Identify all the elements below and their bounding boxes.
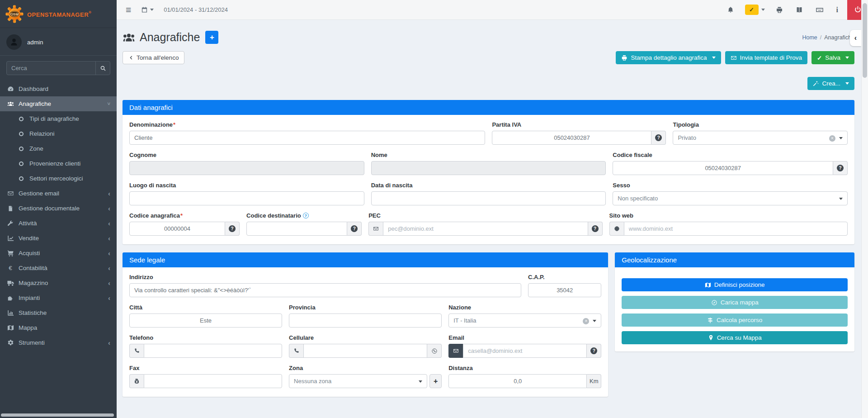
back-to-list-button[interactable]: Torna all'elenco: [123, 51, 184, 64]
citta-input[interactable]: [129, 314, 282, 328]
hamburger-menu-icon[interactable]: ≡: [126, 5, 131, 14]
sidebar-item-provenienze-clienti[interactable]: Provenienze clienti: [0, 156, 117, 171]
codice-anagrafica-input[interactable]: [129, 222, 225, 236]
sito-web-input[interactable]: [624, 222, 848, 236]
partita-iva-input[interactable]: [492, 131, 651, 145]
calendar-dropdown[interactable]: [141, 6, 154, 13]
search-input[interactable]: [7, 62, 95, 75]
help-addon[interactable]: ?: [347, 222, 362, 236]
chevron-left-icon: ‹: [108, 250, 110, 256]
sidebar-horizontal-scrollbar[interactable]: [1, 413, 114, 417]
status-check-dropdown[interactable]: ✓: [741, 5, 769, 15]
email-input[interactable]: [463, 344, 587, 358]
field-partita-iva: Partita IVA ?: [492, 121, 666, 145]
fax-input[interactable]: [144, 374, 282, 388]
sidebar-item-magazzino[interactable]: Magazzino ‹: [0, 276, 117, 290]
provincia-input[interactable]: [289, 314, 442, 328]
add-record-button[interactable]: +: [205, 31, 218, 44]
sidebar-item-strumenti[interactable]: Strumenti ‹: [0, 335, 117, 350]
info-button[interactable]: i: [830, 0, 844, 19]
help-addon[interactable]: ?: [225, 222, 240, 236]
notifications-button[interactable]: [721, 0, 741, 19]
carica-mappa-button[interactable]: Carica mappa: [622, 296, 848, 309]
chevron-left-icon: ‹: [108, 265, 110, 271]
print-button[interactable]: [769, 0, 789, 19]
sidebar-item-statistiche[interactable]: Statistiche: [0, 305, 117, 320]
user-avatar: [6, 34, 22, 50]
clear-icon[interactable]: ×: [583, 318, 589, 324]
search-button[interactable]: [95, 62, 110, 75]
sidebar-item-attivita[interactable]: Attività ‹: [0, 216, 117, 231]
help-addon[interactable]: ?: [588, 222, 603, 236]
distanza-input[interactable]: [448, 374, 587, 388]
cap-input[interactable]: [528, 283, 601, 297]
codice-fiscale-input[interactable]: [613, 161, 833, 175]
bar-chart-icon: [6, 309, 14, 316]
sidebar-item-acquisti[interactable]: Acquisti ‹: [0, 246, 117, 261]
nazione-select[interactable]: IT - Italia ×: [448, 314, 601, 328]
chevron-left-icon: ‹: [854, 34, 857, 42]
book-icon: [796, 6, 803, 14]
euro-icon: €: [6, 265, 14, 271]
km-unit-addon: Km: [587, 374, 601, 388]
indirizzo-input[interactable]: [129, 283, 521, 297]
scrollbar-thumb[interactable]: [863, 3, 867, 78]
field-indirizzo: Indirizzo: [129, 274, 521, 297]
geolocalizzazione-panel: Geolocalizzazione Definisci posizione Ca…: [615, 252, 854, 352]
help-addon[interactable]: ?: [587, 344, 601, 358]
help-addon[interactable]: ?: [651, 131, 666, 145]
field-email: Email ?: [448, 334, 601, 358]
create-dropdown-button[interactable]: Crea...: [807, 77, 854, 90]
sidebar-item-vendite[interactable]: Vendite ‹: [0, 231, 117, 246]
tipologia-select[interactable]: Privato ×: [673, 131, 848, 145]
help-tooltip-icon[interactable]: ?: [303, 213, 309, 218]
question-icon: ?: [229, 225, 236, 232]
calcola-percorso-button[interactable]: Calcola percorso: [622, 314, 848, 327]
sidebar-item-settori-merceologici[interactable]: Settori merceologici: [0, 171, 117, 186]
help-addon[interactable]: ?: [833, 161, 848, 175]
cellulare-input[interactable]: [303, 344, 427, 358]
user-name: admin: [27, 39, 43, 46]
sidebar-item-anagrafiche[interactable]: Anagrafiche ˅: [0, 96, 117, 111]
data-nascita-input[interactable]: [371, 191, 606, 205]
codice-destinatario-input[interactable]: [246, 222, 347, 236]
zona-select[interactable]: Nessuna zona: [289, 374, 427, 388]
save-button[interactable]: ✓ Salva: [811, 51, 854, 64]
whatsapp-icon[interactable]: [427, 344, 442, 358]
luogo-nascita-input[interactable]: [129, 191, 364, 205]
sidebar-item-dashboard[interactable]: Dashboard: [0, 81, 117, 96]
map-marker-icon: [708, 335, 714, 341]
search-icon: [100, 65, 106, 71]
sidebar-item-gestione-email[interactable]: Gestione email ‹: [0, 186, 117, 201]
pec-input[interactable]: [383, 222, 588, 236]
sidebar-item-tipi-di-anagrafiche[interactable]: Tipi di anagrafiche: [0, 111, 117, 126]
side-panel-toggle[interactable]: ‹: [850, 30, 861, 46]
telefono-input[interactable]: [144, 344, 282, 358]
field-codice-fiscale: Codice fiscale ?: [613, 152, 848, 175]
sidebar-item-relazioni[interactable]: Relazioni: [0, 126, 117, 141]
sidebar-item-impianti[interactable]: Impianti ‹: [0, 290, 117, 305]
date-range[interactable]: 01/01/2024 - 31/12/2024: [164, 6, 228, 13]
sidebar-item-mappa[interactable]: Mappa: [0, 320, 117, 335]
field-distanza: Distanza Km: [448, 365, 601, 388]
main-content: ‹ Anagrafiche + Home / Anagrafiche Torna…: [117, 20, 868, 418]
denominazione-input[interactable]: [129, 131, 485, 145]
clear-icon[interactable]: ×: [829, 135, 835, 142]
cerca-su-mappa-button[interactable]: Cerca su Mappa: [622, 331, 848, 344]
vertical-scrollbar[interactable]: [861, 0, 868, 418]
sidebar-item-zone[interactable]: Zone: [0, 141, 117, 156]
sidebar-item-contabilita[interactable]: € Contabilità ‹: [0, 261, 117, 276]
app-logo[interactable]: OSM OpenSTAManager®: [0, 0, 117, 28]
power-icon: [854, 6, 862, 14]
send-template-button[interactable]: Invia template di Prova: [725, 51, 807, 64]
caret-down-icon: [419, 380, 422, 383]
breadcrumb-home-link[interactable]: Home: [802, 34, 817, 41]
definisci-posizione-button[interactable]: Definisci posizione: [622, 278, 848, 291]
sesso-select[interactable]: Non specificato: [613, 191, 848, 205]
print-detail-button[interactable]: Stampa dettaglio anagrafica: [616, 51, 721, 64]
add-zona-button[interactable]: +: [429, 374, 442, 388]
sidebar-item-gestione-documentale[interactable]: Gestione documentale ‹: [0, 201, 117, 216]
docs-button[interactable]: [789, 0, 809, 19]
shortcuts-button[interactable]: [809, 0, 830, 19]
question-icon: ?: [590, 347, 597, 354]
